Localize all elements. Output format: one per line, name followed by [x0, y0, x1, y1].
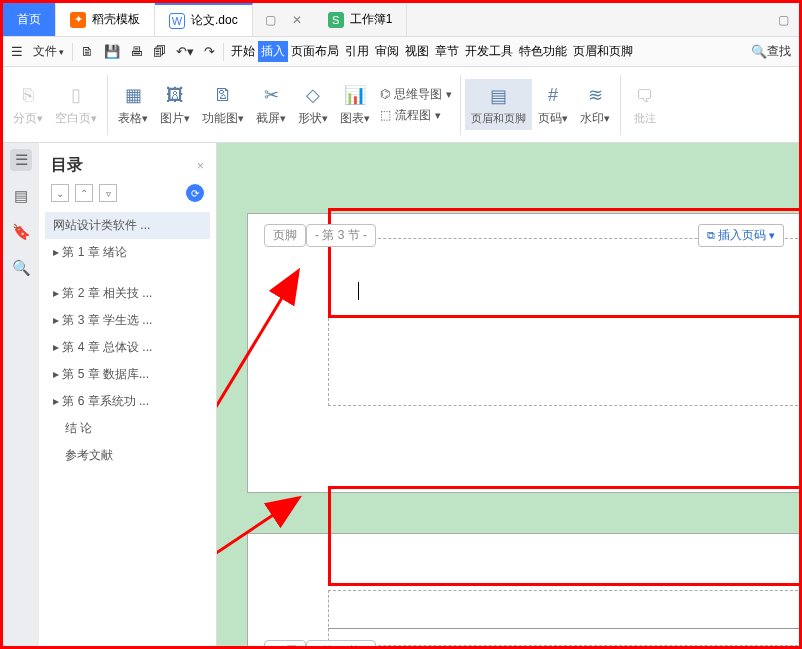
- page-break-button[interactable]: ⎘分页▾: [7, 78, 49, 131]
- text-cursor: [358, 282, 359, 300]
- menu-view[interactable]: 视图: [402, 41, 432, 62]
- document-tabs: 首页 ✦稻壳模板 W论文.doc ▢✕ S工作簿1 ▢: [3, 3, 799, 37]
- annotation-box-header: [328, 486, 799, 586]
- section3-label: - 第 3 节 -: [306, 224, 376, 247]
- mindmap-icon: ⌬: [380, 87, 390, 101]
- file-menu[interactable]: 文件 ▾: [29, 41, 68, 62]
- shape-icon: ◇: [300, 82, 326, 108]
- toc-item[interactable]: ▸ 第 6 章系统功 ...: [45, 388, 210, 415]
- notes-sidebar-icon[interactable]: ▤: [10, 185, 32, 207]
- toc-expand-icon[interactable]: ⌄: [51, 184, 69, 202]
- menu-ref[interactable]: 引用: [342, 41, 372, 62]
- document-canvas[interactable]: 页脚 - 第 3 节 - ⧉ 插入页码 ▾ 页眉 - 第 4 节 - 第 1 章…: [217, 143, 799, 646]
- shape-button[interactable]: ◇形状▾: [292, 78, 334, 131]
- hamburger-icon[interactable]: ☰: [7, 42, 27, 61]
- menu-review[interactable]: 审阅: [372, 41, 402, 62]
- header-footer-button[interactable]: ▤页眉和页脚: [465, 79, 532, 130]
- screen2-icon[interactable]: ▢: [778, 13, 789, 27]
- picture-icon: 🖼: [162, 82, 188, 108]
- blank-page-button[interactable]: ▯空白页▾: [49, 78, 103, 131]
- print-icon[interactable]: 🖶: [126, 42, 147, 61]
- table-button[interactable]: ▦表格▾: [112, 78, 154, 131]
- toc-close-icon[interactable]: ×: [191, 159, 210, 173]
- page-number-button[interactable]: #页码▾: [532, 78, 574, 131]
- toc-item[interactable]: ▸ 第 5 章 数据库...: [45, 361, 210, 388]
- funcimg-button[interactable]: 🖻功能图▾: [196, 78, 250, 131]
- undo-icon[interactable]: ↶▾: [172, 42, 198, 61]
- close-tab-icon[interactable]: ✕: [292, 13, 302, 27]
- toc-sidebar-icon[interactable]: ☰: [10, 149, 32, 171]
- toc-filter-icon[interactable]: ▿: [99, 184, 117, 202]
- left-sidebar: ☰ ▤ 🔖 🔍: [3, 143, 39, 646]
- funcimg-icon: 🖻: [210, 82, 236, 108]
- comment-button[interactable]: 🗨批注: [625, 79, 665, 130]
- insert-page-number-button[interactable]: ⧉ 插入页码 ▾: [698, 224, 784, 247]
- mindmap-button[interactable]: ⌬思维导图▾: [380, 84, 452, 105]
- screen-icon[interactable]: ▢: [265, 13, 276, 27]
- watermark-icon: ≋: [582, 82, 608, 108]
- picture-button[interactable]: 🖼图片▾: [154, 78, 196, 131]
- menu-insert[interactable]: 插入: [258, 41, 288, 62]
- toc-item[interactable]: 网站设计类软件 ...: [45, 212, 210, 239]
- menu-special[interactable]: 特色功能: [516, 41, 570, 62]
- word-doc-icon: W: [169, 13, 185, 29]
- menu-dev[interactable]: 开发工具: [462, 41, 516, 62]
- toc-item[interactable]: 参考文献: [45, 442, 210, 469]
- bookmark-sidebar-icon[interactable]: 🔖: [10, 221, 32, 243]
- chart-icon: 📊: [342, 82, 368, 108]
- flowchart-icon: ⬚: [380, 108, 391, 122]
- toc-list: 网站设计类软件 ... ▸ 第 1 章 绪论 ▸ 第 2 章 相关技 ... ▸…: [45, 212, 210, 469]
- menu-start[interactable]: 开始: [228, 41, 258, 62]
- tab-current-doc[interactable]: W论文.doc: [155, 3, 253, 36]
- table-icon: ▦: [120, 82, 146, 108]
- toc-item[interactable]: 结 论: [45, 415, 210, 442]
- menu-chapter[interactable]: 章节: [432, 41, 462, 62]
- toc-collapse-icon[interactable]: ⌃: [75, 184, 93, 202]
- page-number-icon: #: [540, 82, 566, 108]
- scissors-icon: ✂: [258, 82, 284, 108]
- zoom-sidebar-icon[interactable]: 🔍: [10, 257, 32, 279]
- header-footer-icon: ▤: [486, 83, 512, 109]
- toc-item[interactable]: ▸ 第 3 章 学生选 ...: [45, 307, 210, 334]
- save-icon[interactable]: 💾: [100, 42, 124, 61]
- toc-item[interactable]: ▸ 第 2 章 相关技 ...: [45, 280, 210, 307]
- header-label: 页眉: [264, 640, 306, 646]
- redo-icon[interactable]: ↷: [200, 42, 219, 61]
- toc-sync-badge[interactable]: ⟳: [186, 184, 204, 202]
- flame-icon: ✦: [70, 12, 86, 28]
- menu-hf[interactable]: 页眉和页脚: [570, 41, 636, 62]
- toc-item[interactable]: ▸ 第 1 章 绪论: [45, 239, 210, 266]
- chart-button[interactable]: 📊图表▾: [334, 78, 376, 131]
- ribbon-menu: 开始 插入 页面布局 引用 审阅 视图 章节 开发工具 特色功能 页眉和页脚: [228, 41, 636, 62]
- tab-daoketemplate[interactable]: ✦稻壳模板: [56, 3, 155, 36]
- chapter1-heading: 第 1 章 绪论: [559, 644, 678, 646]
- watermark-button[interactable]: ≋水印▾: [574, 78, 616, 131]
- new-icon[interactable]: 🗎: [77, 42, 98, 61]
- menu-layout[interactable]: 页面布局: [288, 41, 342, 62]
- search-button[interactable]: 🔍 查找: [747, 41, 795, 62]
- screenshot-button[interactable]: ✂截屏▾: [250, 78, 292, 131]
- comment-icon: 🗨: [632, 83, 658, 109]
- tab-home[interactable]: 首页: [3, 3, 56, 36]
- section4-label: - 第 4 节 -: [306, 640, 376, 646]
- toc-item[interactable]: ▸ 第 4 章 总体设 ...: [45, 334, 210, 361]
- footer-label: 页脚: [264, 224, 306, 247]
- print-preview-icon[interactable]: 🗐: [149, 42, 170, 61]
- sheet-icon: S: [328, 12, 344, 28]
- toc-title: 目录: [45, 151, 89, 180]
- page-break-icon: ⎘: [15, 82, 41, 108]
- blank-page-icon: ▯: [63, 82, 89, 108]
- flowchart-button[interactable]: ⬚流程图▾: [380, 105, 452, 126]
- tab-workbook[interactable]: S工作簿1: [314, 3, 408, 36]
